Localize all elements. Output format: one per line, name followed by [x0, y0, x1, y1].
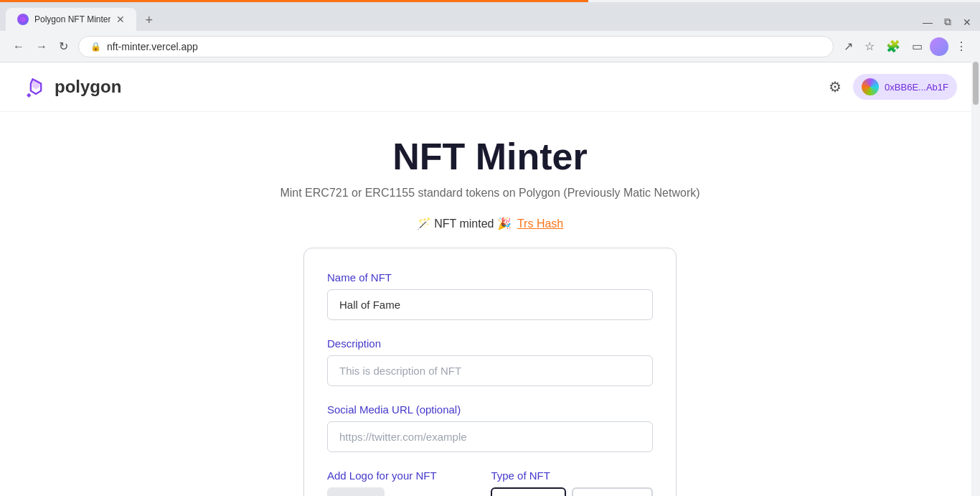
- social-url-label: Social Media URL (optional): [327, 403, 653, 416]
- browser-chrome: Polygon NFT Minter ✕ + — ⧉ ✕ ← → ↻ 🔒 nft…: [0, 0, 980, 62]
- nav-right: ⚙ 0xBB6E...Ab1F: [829, 74, 957, 100]
- address-bar[interactable]: 🔒 nft-minter.vercel.app: [78, 36, 834, 57]
- app-navbar: ◈ polygon ⚙ 0xBB6E...Ab1F: [0, 62, 980, 112]
- name-input[interactable]: [327, 289, 653, 320]
- reload-button[interactable]: ↻: [55, 37, 72, 56]
- tab-favicon: [17, 14, 29, 25]
- url-text: nft-minter.vercel.app: [107, 41, 198, 52]
- back-button[interactable]: ←: [9, 37, 29, 56]
- window-minimize-button[interactable]: —: [923, 17, 933, 28]
- forward-button[interactable]: →: [32, 37, 52, 56]
- window-close-button[interactable]: ✕: [963, 17, 971, 28]
- lock-icon: 🔒: [90, 42, 101, 52]
- erc721-button[interactable]: ERC721: [491, 487, 566, 496]
- nav-buttons: ← → ↻: [9, 37, 72, 56]
- bookmark-button[interactable]: ☆: [860, 37, 879, 56]
- trs-hash-link[interactable]: Trs Hash: [517, 217, 563, 230]
- browser-action-buttons: ↗ ☆ 🧩 ▭ ⋮: [839, 37, 971, 56]
- page-subtitle: Mint ERC721 or ERC1155 standard tokens o…: [280, 187, 699, 200]
- wallet-badge[interactable]: 0xBB6E...Ab1F: [853, 74, 957, 100]
- menu-button[interactable]: ⋮: [951, 37, 971, 56]
- browser-navigation-bar: ← → ↻ 🔒 nft-minter.vercel.app ↗ ☆ 🧩 ▭ ⋮: [0, 31, 980, 62]
- nft-type-label: Type of NFT: [491, 469, 653, 482]
- logo-upload-col: Add Logo for your NFT: [327, 469, 473, 496]
- wallet-address-text: 0xBB6E...Ab1F: [885, 82, 948, 93]
- app-container: ◈ polygon ⚙ 0xBB6E...Ab1F NFT Minter Min…: [0, 62, 980, 496]
- page-title: NFT Minter: [392, 135, 588, 178]
- browser-profile-avatar[interactable]: [930, 37, 948, 56]
- polygon-logo: ◈ polygon: [23, 74, 121, 100]
- logo-label: Add Logo for your NFT: [327, 469, 473, 482]
- scrollbar-thumb[interactable]: [973, 62, 979, 105]
- tab-title: Polygon NFT Minter: [34, 14, 110, 24]
- main-content: NFT Minter Mint ERC721 or ERC1155 standa…: [0, 112, 980, 496]
- active-tab[interactable]: Polygon NFT Minter ✕: [6, 8, 136, 31]
- description-form-group: Description: [327, 337, 653, 386]
- sidebar-toggle-button[interactable]: ▭: [908, 37, 927, 56]
- settings-button[interactable]: ⚙: [829, 78, 842, 95]
- social-url-input[interactable]: [327, 421, 653, 452]
- polygon-logo-icon: ◈: [23, 74, 49, 100]
- share-button[interactable]: ↗: [839, 37, 857, 56]
- logo-type-row: Add Logo for your NFT Type of NFT: [327, 469, 653, 496]
- tab-bar: Polygon NFT Minter ✕ + — ⧉ ✕: [0, 2, 980, 31]
- nft-type-col: Type of NFT ERC721 ERC1155: [491, 469, 653, 496]
- new-tab-button[interactable]: +: [139, 10, 159, 31]
- svg-marker-0: [19, 16, 27, 23]
- name-label: Name of NFT: [327, 271, 653, 284]
- description-input[interactable]: [327, 355, 653, 386]
- wallet-avatar: [862, 78, 879, 95]
- window-restore-button[interactable]: ⧉: [944, 16, 951, 28]
- tab-close-button[interactable]: ✕: [116, 14, 125, 24]
- name-form-group: Name of NFT: [327, 271, 653, 320]
- social-url-form-group: Social Media URL (optional): [327, 403, 653, 452]
- scrollbar[interactable]: [971, 60, 980, 496]
- extension-button[interactable]: 🧩: [882, 37, 905, 56]
- nft-type-buttons: ERC721 ERC1155: [491, 487, 653, 496]
- logo-upload-area[interactable]: [327, 487, 385, 496]
- erc1155-button[interactable]: ERC1155: [572, 487, 653, 496]
- polygon-logo-text: polygon: [55, 77, 121, 97]
- description-label: Description: [327, 337, 653, 350]
- minted-text: 🪄 NFT minted 🎉: [417, 217, 512, 230]
- form-card: Name of NFT Description Social Media URL…: [303, 248, 677, 496]
- svg-text:◈: ◈: [26, 92, 32, 98]
- minted-banner: 🪄 NFT minted 🎉 Trs Hash: [417, 217, 563, 230]
